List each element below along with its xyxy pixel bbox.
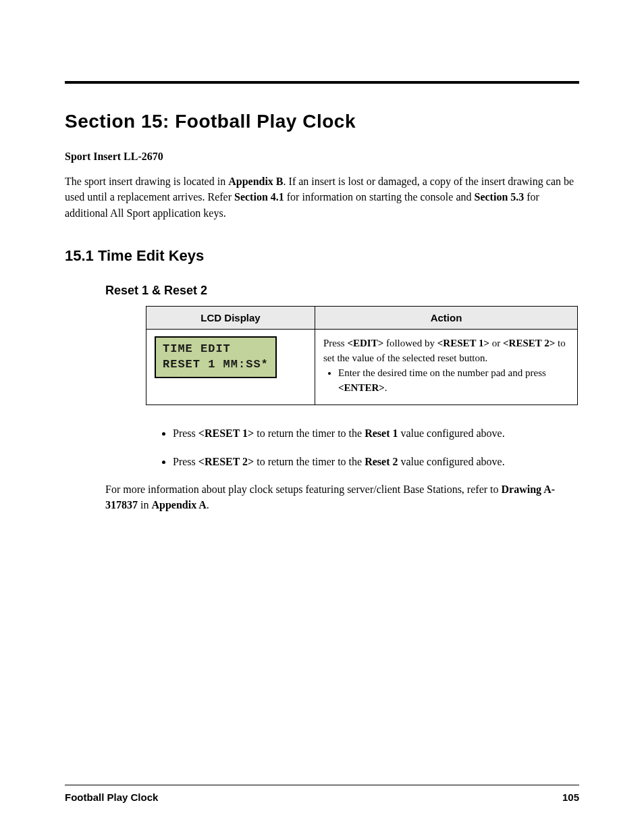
section-title: Football Play Clock xyxy=(175,111,356,132)
table-header-row: LCD Display Action xyxy=(146,306,578,330)
closing-paragraph: For more information about play clock se… xyxy=(105,481,579,513)
th-action: Action xyxy=(315,306,578,330)
section-rule xyxy=(65,81,579,84)
intro-paragraph: The sport insert drawing is located in A… xyxy=(65,174,579,221)
lcd-action-table: LCD Display Action TIME EDIT RESET 1 MM:… xyxy=(146,306,578,406)
list-item: Enter the desired time on the number pad… xyxy=(338,366,569,396)
body: Sport Insert LL-2670 The sport insert dr… xyxy=(65,149,579,513)
heading-reset-1-2: Reset 1 & Reset 2 xyxy=(105,282,579,299)
section-number: Section 15: xyxy=(65,111,169,132)
footer: Football Play Clock 105 xyxy=(65,791,579,803)
list-item: Press <RESET 2> to return the timer to t… xyxy=(173,454,579,469)
heading-15-1: 15.1 Time Edit Keys xyxy=(65,245,579,267)
section-heading: Section 15: Football Play Clock xyxy=(65,111,579,132)
sport-insert-bold: Sport Insert LL-2670 xyxy=(65,151,163,162)
footer-left: Football Play Clock xyxy=(65,791,158,803)
footer-right: 105 xyxy=(562,791,579,803)
action-bullets: Enter the desired time on the number pad… xyxy=(323,366,569,396)
table-row: TIME EDIT RESET 1 MM:SS* Press <EDIT> fo… xyxy=(146,330,578,405)
list-item: Press <RESET 1> to return the timer to t… xyxy=(173,425,579,441)
td-action: Press <EDIT> followed by <RESET 1> or <R… xyxy=(315,330,578,405)
reset-bullets: Press <RESET 1> to return the timer to t… xyxy=(105,425,579,469)
td-lcd: TIME EDIT RESET 1 MM:SS* xyxy=(146,330,315,405)
lcd-display: TIME EDIT RESET 1 MM:SS* xyxy=(155,336,277,378)
page: Section 15: Football Play Clock Sport In… xyxy=(0,0,644,834)
footer-rule xyxy=(65,785,579,785)
th-lcd: LCD Display xyxy=(146,306,315,330)
